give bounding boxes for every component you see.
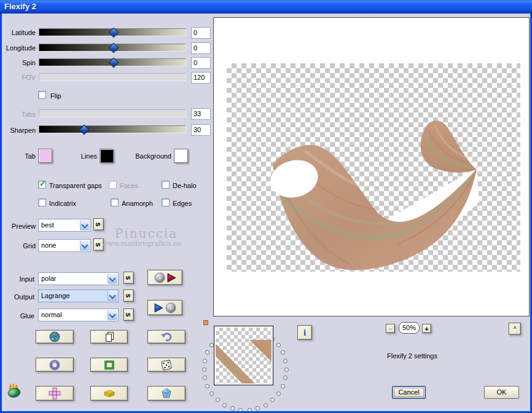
longitude-slider-thumb[interactable] (109, 43, 119, 53)
output-combo[interactable]: Lagrange (38, 289, 119, 302)
preview-image (214, 18, 529, 316)
fov-value[interactable]: 120 (191, 72, 211, 84)
source-thumbnail (214, 326, 273, 385)
cube-net-icon (48, 387, 61, 400)
grid-combo-label: Grid (5, 242, 36, 250)
title-bar[interactable]: Flexify 2 (0, 0, 532, 14)
longitude-label: Longitude (5, 44, 36, 52)
preview-area[interactable] (213, 17, 530, 317)
dial-dot (205, 350, 209, 355)
edges-label: Edges (173, 200, 192, 207)
solid-button[interactable] (147, 386, 186, 401)
dial-dot (276, 391, 281, 396)
combo-arrow-icon[interactable] (108, 310, 117, 320)
sharpen-value[interactable]: 30 (191, 124, 211, 136)
tab-color-label: Tab (11, 152, 36, 160)
random-button[interactable] (147, 358, 186, 372)
longitude-value[interactable]: 0 (191, 42, 211, 54)
combo-arrow-icon[interactable] (108, 291, 117, 301)
window-border-left (0, 14, 2, 413)
preview-combo[interactable]: best (38, 219, 91, 232)
dial-dot (203, 376, 207, 380)
torus-icon (49, 360, 60, 371)
dial-position-marker[interactable] (203, 320, 208, 325)
de-halo-checkbox[interactable] (162, 181, 170, 189)
glue-shuffle-button[interactable]: s (123, 309, 134, 321)
input-combo[interactable]: polar (38, 272, 119, 285)
status-text: Flexify 2 settings (387, 352, 437, 360)
combo-arrow-icon[interactable] (80, 240, 90, 251)
sharpen-slider-thumb[interactable] (79, 125, 90, 135)
input-combo-label: Input (5, 275, 34, 283)
faces-checkbox (109, 181, 117, 189)
glue-combo[interactable]: normal (38, 309, 119, 321)
fov-slider (39, 73, 186, 81)
zoom-level[interactable]: 50% (399, 322, 420, 334)
info-icon: i (303, 328, 306, 338)
window-title: Flexify 2 (4, 2, 36, 11)
cancel-button[interactable]: Cancel (392, 386, 426, 399)
longitude-slider[interactable] (39, 44, 186, 52)
fov-label: FOV (5, 74, 36, 81)
output-combo-label: Output (5, 293, 34, 301)
dial-dot (283, 359, 288, 363)
spin-slider-thumb[interactable] (109, 58, 119, 68)
flexify-dialog: Flexify 2 Latitude 0 Longitude 0 Spin 0 … (0, 0, 532, 413)
combo-arrow-icon[interactable] (80, 220, 90, 230)
globe-icon (49, 331, 60, 342)
dial-dot (230, 406, 235, 411)
undo-button[interactable] (147, 330, 186, 344)
frame-button[interactable] (90, 358, 128, 372)
polyhedron-icon (160, 387, 173, 399)
preview-shuffle-button[interactable]: s (93, 218, 104, 230)
collapse-button[interactable]: ^ (509, 323, 521, 335)
load-settings-button[interactable] (147, 300, 182, 315)
lines-color-swatch[interactable] (100, 149, 114, 163)
zoom-in-button[interactable]: + (422, 324, 431, 333)
transparent-gaps-checkbox[interactable] (38, 181, 46, 189)
background-color-label: Background (132, 152, 171, 160)
tabs-value[interactable]: 33 (191, 108, 211, 120)
info-button[interactable]: i (297, 325, 312, 340)
red-play-icon (167, 273, 176, 283)
zoom-out-button[interactable]: − (386, 324, 395, 333)
latitude-slider-thumb[interactable] (109, 28, 119, 38)
ok-button[interactable]: OK (484, 386, 519, 399)
grid-combo[interactable]: none (38, 239, 91, 252)
flaming-pear-logo (6, 382, 23, 399)
sharpen-slider[interactable] (39, 125, 186, 133)
unfold-button[interactable] (36, 386, 74, 401)
earth-button[interactable] (36, 330, 74, 344)
thumbnail-image (216, 328, 272, 384)
edges-checkbox[interactable] (162, 199, 170, 206)
dial-dot (222, 403, 227, 407)
torus-button[interactable] (36, 358, 74, 372)
indicatrix-label: Indicatrix (49, 200, 76, 207)
spin-slider[interactable] (39, 58, 186, 66)
save-settings-button[interactable] (147, 270, 182, 285)
copy-button[interactable] (90, 330, 128, 344)
indicatrix-checkbox[interactable] (38, 199, 46, 206)
combo-arrow-icon[interactable] (108, 273, 117, 284)
flip-checkbox[interactable] (38, 91, 46, 99)
output-shuffle-button[interactable]: s (123, 289, 134, 302)
dial-dot (205, 384, 209, 388)
brick-button[interactable] (90, 386, 128, 401)
background-color-swatch[interactable] (174, 149, 188, 163)
latitude-label: Latitude (5, 29, 36, 36)
input-shuffle-button[interactable]: s (123, 272, 134, 284)
spin-value[interactable]: 0 (191, 57, 211, 69)
dial-dot (202, 368, 206, 372)
blue-play-icon (154, 303, 163, 313)
copy-pages-icon (104, 331, 115, 342)
dial-dot (281, 384, 285, 388)
lego-brick-icon (103, 387, 116, 399)
latitude-value[interactable]: 0 (191, 27, 211, 39)
latitude-slider[interactable] (39, 28, 186, 36)
transparent-gaps-label: Transparent gaps (49, 182, 102, 189)
preview-combo-label: Preview (5, 222, 36, 230)
dial-dot (216, 398, 220, 402)
anamorph-checkbox[interactable] (111, 199, 119, 206)
tab-color-swatch[interactable] (38, 149, 52, 163)
spin-label: Spin (5, 59, 36, 66)
